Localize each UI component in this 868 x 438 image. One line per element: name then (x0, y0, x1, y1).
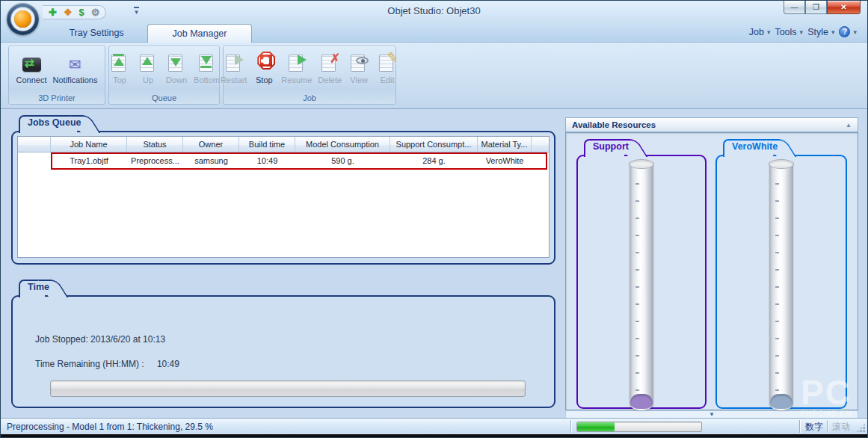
ribbon-group-label: Queue (109, 93, 219, 102)
cylinder-scale-ticks (775, 183, 779, 394)
notifications-button[interactable]: ✉ Notifications (51, 50, 100, 86)
jobs-table: Job Name Status Owner Build time Model C… (17, 136, 550, 258)
cell-material-type: VeroWhite (478, 152, 532, 169)
scroll-lock-indicator: 滚动 (829, 421, 853, 434)
time-panel: Time Job Stopped: 2013/6/20 at 10:13 Tim… (11, 280, 555, 408)
support-group-body (576, 155, 707, 409)
jobs-queue-body: Job Name Status Owner Build time Model C… (11, 131, 555, 265)
refill-icon[interactable]: ❖ (64, 7, 73, 17)
table-row[interactable]: Tray1.objtf Preprocess... samsung 10:49 … (18, 152, 549, 169)
move-top-icon (108, 52, 131, 74)
connect-button[interactable]: Connect (14, 50, 49, 86)
queue-bottom-button[interactable]: Bottom (191, 50, 222, 86)
column-header-owner[interactable]: Owner (183, 137, 239, 152)
chevron-down-icon: ▾ (800, 28, 804, 36)
column-header-model-consumption[interactable]: Model Consumption (295, 137, 390, 152)
cell-build-time: 10:49 (239, 152, 295, 169)
cell-model-consumption: 590 g. (295, 152, 390, 169)
queue-down-button[interactable]: Down (163, 50, 190, 86)
ribbon-group-job: Restart Stop Resume ✗ Delete View (223, 46, 396, 105)
queue-up-button[interactable]: Up (135, 50, 161, 86)
cartridge-label: VeroWhite (723, 139, 791, 152)
restart-button[interactable]: Restart (218, 50, 249, 86)
verowhite-cartridge-group: VeroWhite (715, 139, 847, 409)
separator (799, 420, 800, 433)
num-lock-indicator: 数字 (802, 421, 826, 434)
panel-title: Time (19, 280, 63, 292)
move-down-icon (165, 52, 188, 74)
available-resources-header[interactable]: Available Resources ▲ (565, 117, 858, 132)
time-panel-body: Job Stopped: 2013/6/20 at 10:13 Time Rem… (11, 295, 555, 408)
status-progress-fill (577, 422, 615, 431)
delete-button[interactable]: ✗ Delete (316, 50, 344, 86)
time-remaining-label: Time Remaining (HH:MM) : (35, 359, 144, 369)
new-tray-icon[interactable]: ✚ (49, 7, 57, 17)
queue-top-button[interactable]: Top (106, 50, 133, 86)
verowhite-group-body (715, 155, 847, 409)
move-bottom-icon (196, 52, 218, 74)
ribbon-group-queue: Top Up Down Bottom Queue (108, 46, 220, 105)
scroll-down-icon[interactable]: ▼ (709, 411, 715, 418)
status-progress-bar (576, 422, 702, 432)
tab-tray-settings[interactable]: Tray Settings (46, 24, 147, 43)
available-resources-title: Available Resources (572, 120, 656, 129)
time-panel-tab: Time (19, 280, 63, 295)
column-header-build-time[interactable]: Build time (239, 137, 295, 152)
cylinder-scale-ticks (635, 183, 639, 394)
minimize-icon: — (791, 3, 798, 11)
stop-button[interactable]: Stop (250, 50, 277, 86)
help-icon: ? (839, 26, 850, 37)
available-resources-body: Support VeroWhite (565, 132, 858, 410)
time-remaining-text: Time Remaining (HH:MM) : 10:49 (35, 359, 179, 369)
separator (570, 420, 571, 433)
menu-job[interactable]: Job▾ (749, 27, 771, 37)
menu-tools[interactable]: Tools▾ (775, 27, 803, 37)
resume-button[interactable]: Resume (279, 50, 314, 86)
chevron-down-icon: ▾ (831, 28, 835, 36)
cell-status: Preprocess... (127, 152, 183, 169)
objet-studio-window: Objet Studio: Objet30 ✚ ❖ $ ⚙ ▾ — ❐ ✕ Tr… (0, 0, 868, 438)
title-bar[interactable]: Objet Studio: Objet30 ✚ ❖ $ ⚙ ▾ — ❐ ✕ (1, 1, 867, 23)
support-material-level (630, 394, 653, 409)
tools-icon[interactable]: ⚙ (91, 7, 100, 17)
menu-style[interactable]: Style▾ (807, 27, 834, 37)
cost-icon[interactable]: $ (79, 7, 84, 17)
view-button[interactable]: View (345, 50, 372, 86)
ribbon-group-label: 3D Printer (9, 93, 105, 102)
minimize-button[interactable]: — (784, 1, 805, 14)
chevron-down-icon: ▾ (135, 9, 138, 16)
window-chrome: Objet Studio: Objet30 ✚ ❖ $ ⚙ ▾ — ❐ ✕ Tr… (1, 1, 867, 43)
row-selector-header (18, 137, 51, 152)
customize-quick-access-button[interactable]: ▾ (134, 7, 139, 16)
column-header-job-name[interactable]: Job Name (51, 137, 127, 152)
panel-title: Jobs Queue (19, 115, 95, 128)
support-cylinder (630, 159, 653, 410)
column-header-status[interactable]: Status (127, 137, 183, 152)
help-menu[interactable]: ?▾ (839, 26, 857, 37)
restore-button[interactable]: ❐ (805, 1, 827, 14)
orb-icon (14, 10, 31, 28)
stop-icon (253, 52, 275, 74)
window-controls: — ❐ ✕ (784, 1, 861, 14)
menu-bar: Job▾ Tools▾ Style▾ ?▾ (749, 26, 857, 37)
job-progress-bar (50, 380, 526, 397)
column-header-material-type[interactable]: Material Ty... (478, 137, 532, 152)
application-orb-button[interactable] (7, 3, 39, 35)
edit-icon: ✎ (376, 52, 398, 74)
edit-button[interactable]: ✎ Edit (374, 50, 401, 86)
close-button[interactable]: ✕ (827, 1, 861, 14)
cell-job-name: Tray1.objtf (51, 152, 127, 169)
notifications-icon: ✉ (64, 52, 86, 74)
resize-grip[interactable] (856, 423, 866, 433)
chevron-down-icon: ▾ (767, 28, 771, 36)
chevron-down-icon: ▾ (853, 28, 857, 36)
view-icon (348, 52, 370, 74)
window-bottom-edge (1, 434, 867, 437)
ribbon: Connect ✉ Notifications 3D Printer Top U… (1, 43, 867, 109)
collapse-arrow-icon[interactable]: ▲ (846, 122, 852, 129)
tab-job-manager[interactable]: Job Manager (147, 24, 252, 43)
ribbon-group-label: Job (224, 93, 395, 102)
separator (827, 420, 828, 433)
column-header-support-consumption[interactable]: Support Consumpt... (390, 137, 478, 152)
cell-support-consumption: 284 g. (390, 152, 478, 169)
